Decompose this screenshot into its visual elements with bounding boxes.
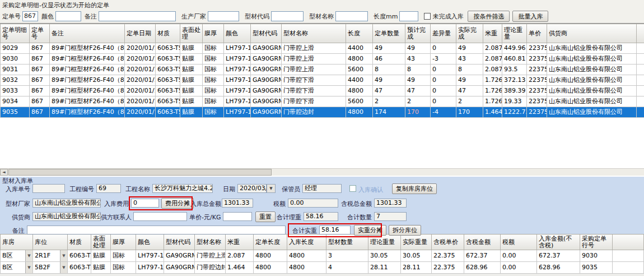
column-header[interactable]: 颜色 <box>224 24 251 43</box>
combo-dropdown-icon[interactable]: ▼ <box>60 262 67 273</box>
table-cell[interactable]: 门带腔下滑 <box>282 96 346 107</box>
table-cell[interactable]: 山东南山铝业股份有限公司 <box>547 43 637 54</box>
table-cell[interactable]: 贴膜 <box>180 43 203 54</box>
table-cell[interactable]: 89#门框型材F26-F40（866+867） <box>50 96 125 107</box>
table-cell[interactable]: 门带腔下滑 <box>282 86 346 96</box>
table-cell[interactable]: 贴膜 <box>180 54 203 65</box>
table-cell[interactable]: LH797-1LL0 <box>224 107 251 118</box>
table-cell[interactable]: 2020/01/13 <box>125 43 156 54</box>
table-cell[interactable]: 9033 <box>1 86 30 96</box>
tax-total-input[interactable]: 1301.33 <box>374 199 407 208</box>
table-cell[interactable]: 372.13 <box>502 75 527 86</box>
column-header[interactable]: 差异量 <box>431 24 456 43</box>
table-cell[interactable]: 89#门框型材F26-F40（866+867） <box>50 107 125 118</box>
table-cell[interactable]: 4800 <box>287 262 326 274</box>
table-cell[interactable]: 460.81 <box>502 54 527 65</box>
unfinished-checkbox-wrap[interactable]: 未完成入库 <box>424 12 463 21</box>
column-header[interactable]: 定单数量 <box>373 24 405 43</box>
table-cell[interactable]: 山东南山铝业股份有限公司 <box>547 75 637 86</box>
table-cell[interactable]: 6063-T5 <box>68 250 91 262</box>
table-cell[interactable]: 6063-T5 <box>156 107 180 118</box>
table-cell[interactable]: GA90GRM03 <box>251 54 282 65</box>
table-cell[interactable]: 8 <box>373 65 405 75</box>
table-cell[interactable]: 4800 <box>346 86 373 96</box>
table-cell[interactable]: 2020/01/13 <box>125 65 156 75</box>
table-cell[interactable]: 山东南山铝业股份有限公司 <box>547 65 637 75</box>
table-cell[interactable]: 672.37 <box>537 250 580 262</box>
column-header[interactable]: 税额 <box>501 234 537 250</box>
table-cell[interactable]: 贴膜 <box>91 262 111 274</box>
column-header[interactable]: 表面处理 <box>91 234 111 250</box>
table-row[interactable]: 903586789#门框型材F26-F40（866+867）2020/01/13… <box>1 107 644 118</box>
table-cell[interactable]: 1222.73 <box>502 107 527 118</box>
table-cell[interactable]: 2.087 <box>483 65 502 75</box>
table-cell[interactable]: 4400 <box>346 43 373 54</box>
table-cell[interactable]: 867 <box>30 75 50 86</box>
table-cell[interactable]: 2R1F▼ <box>33 250 68 262</box>
column-header[interactable]: 预计完成 <box>405 24 431 43</box>
table-cell[interactable]: 46 <box>373 54 405 65</box>
table-cell[interactable]: 30.05 <box>368 250 401 262</box>
table-cell[interactable]: 3 <box>326 250 368 262</box>
table-cell[interactable]: 22375 <box>527 75 547 86</box>
column-header[interactable]: 理论重量 <box>502 24 527 43</box>
table-cell[interactable]: 2020/01/13 <box>125 54 156 65</box>
table-cell[interactable]: 门带腔边封 <box>282 107 346 118</box>
keeper-input[interactable]: 经理 <box>302 184 342 193</box>
table-cell[interactable]: 30.05 <box>401 250 432 262</box>
table-cell[interactable]: B区▼ <box>1 262 33 274</box>
table-cell[interactable]: 2 <box>456 96 483 107</box>
total-amount-input[interactable]: 1301.33 <box>222 199 253 208</box>
table-cell[interactable]: 山东南山铝业股份有限公司 <box>547 96 637 107</box>
table-cell[interactable]: 0.00 <box>501 262 537 274</box>
scrollbar-thumb[interactable] <box>8 169 272 176</box>
table-cell[interactable]: 1.726 <box>483 86 502 96</box>
table-cell[interactable]: GA90GRM04 <box>251 86 282 96</box>
supplier-input[interactable]: 山东南山铝业股份有限公司 <box>32 212 101 221</box>
table-cell[interactable]: LH797-1LL0 <box>224 43 251 54</box>
column-header[interactable]: 定单长度 <box>254 234 287 250</box>
table-cell[interactable]: 国标 <box>203 43 224 54</box>
table-cell[interactable]: 门带腔上滑 <box>282 54 346 65</box>
table-cell[interactable]: LH797-1LL0 <box>224 75 251 86</box>
table-cell[interactable]: 国标 <box>203 54 224 65</box>
table-cell[interactable]: 国标 <box>203 96 224 107</box>
table-cell[interactable]: 43 <box>405 54 431 65</box>
table-cell[interactable]: LH797-1LL0 <box>136 262 164 274</box>
filter-profile-code-input[interactable] <box>271 11 304 21</box>
table-cell[interactable]: 0.00 <box>501 250 537 262</box>
table-cell[interactable]: LH797-1LL0 <box>224 65 251 75</box>
copy-location-button[interactable]: 复制库房库位 <box>392 183 437 194</box>
table-cell[interactable]: 867 <box>30 43 50 54</box>
total-theory-input[interactable]: 58.16 <box>304 212 338 221</box>
table-cell[interactable]: 0 <box>431 86 456 96</box>
table-cell[interactable]: 22375 <box>527 43 547 54</box>
table-row[interactable]: B区▼2R1F▼6063-T5贴膜国标LH797-1LL0GA90GRM03门带… <box>1 250 644 262</box>
table-cell[interactable]: 22.375 <box>432 250 464 262</box>
table-cell[interactable]: 6063-T5 <box>156 43 180 54</box>
table-cell[interactable]: 1.464 <box>483 107 502 118</box>
table-cell[interactable]: 2 <box>405 96 431 107</box>
inbound-no-input[interactable] <box>32 184 65 193</box>
table-cell[interactable]: 8 <box>405 65 431 75</box>
table-cell[interactable]: 5600 <box>346 96 373 107</box>
table-cell[interactable]: 89#门框型材F26-F40（866+867） <box>50 75 125 86</box>
table-cell[interactable]: 22375 <box>527 65 547 75</box>
filter-by-condition-button[interactable]: 按条件筛选 <box>468 11 510 22</box>
table-cell[interactable]: 49 <box>456 75 483 86</box>
table-cell[interactable]: 1.726 <box>483 75 502 86</box>
table-row[interactable]: B区▼5B2F▼6063-T5贴膜国标LH797-1LL0GA90GRM05门带… <box>1 262 644 274</box>
table-cell[interactable]: 4800 <box>287 250 326 262</box>
table-cell[interactable]: 4400 <box>346 75 373 86</box>
table-cell[interactable]: 22375 <box>527 54 547 65</box>
table-cell[interactable]: 1.726 <box>483 96 502 107</box>
table-cell[interactable]: 867 <box>30 96 50 107</box>
column-header[interactable]: 型材数量 <box>326 234 368 250</box>
table-cell[interactable]: 2020/01/13 <box>125 107 156 118</box>
table-cell[interactable]: 门带腔上滑 <box>282 43 346 54</box>
filter-profile-name-input[interactable] <box>335 11 368 21</box>
table-cell[interactable]: 国标 <box>203 75 224 86</box>
table-cell[interactable]: 6063-T5 <box>156 96 180 107</box>
table-cell[interactable]: 贴膜 <box>180 75 203 86</box>
remark-input[interactable] <box>27 226 286 234</box>
